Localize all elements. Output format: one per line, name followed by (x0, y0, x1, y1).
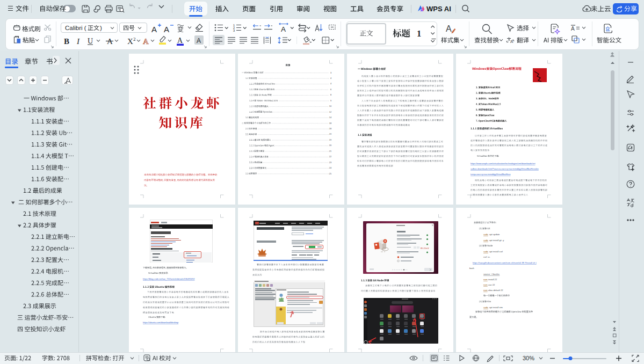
svg-text:nvm: nvm (483, 278, 488, 281)
svg-text:30%: 30% (523, 355, 534, 361)
svg-text:sudo: sudo (483, 233, 489, 236)
svg-text:apt install curl: apt install curl (489, 250, 503, 253)
svg-text:3: 3 (330, 72, 331, 74)
svg-text:WPS AI: WPS AI (426, 5, 451, 13)
svg-text:6: 6 (330, 89, 331, 91)
svg-text:25: 25 (329, 173, 331, 175)
svg-text:A: A (164, 25, 169, 34)
svg-text:apt install git -y: apt install git -y (489, 239, 504, 242)
svg-text:curl -o-: curl -o- (483, 256, 490, 258)
svg-text:1: 1 (417, 28, 421, 39)
svg-text:A: A (151, 25, 157, 34)
svg-text:https://www.wepls.com/virtuali: https://www.wepls.com/virtualization/tec… (471, 162, 536, 165)
svg-text:sudo: sudo (483, 250, 489, 253)
svg-text:Calibri (: Calibri ( (65, 25, 86, 31)
svg-text:https://blog.csdn.net/aiz_722/: https://blog.csdn.net/aiz_722/article/de… (143, 278, 195, 280)
svg-text:B: B (64, 37, 69, 46)
svg-text:10: 10 (329, 105, 331, 107)
svg-text:ualbox-downloads.html?source=:: ualbox-downloads.html?source=:ow:o:p:nav… (471, 168, 539, 170)
svg-text:2: 2 (133, 37, 136, 42)
svg-text:3: 3 (233, 29, 235, 32)
svg-text:9: 9 (330, 100, 331, 102)
svg-text:A: A (177, 37, 183, 45)
svg-text:I: I (76, 37, 80, 46)
svg-text:24: 24 (329, 167, 331, 169)
svg-text:https://ubuntu.com/download/de: https://ubuntu.com/download/desktop (143, 321, 179, 324)
svg-text:20: 20 (329, 144, 331, 147)
svg-text:14: 14 (329, 117, 331, 119)
svg-text:A: A (197, 37, 201, 45)
svg-text:A: A (571, 26, 575, 32)
svg-text:21: 21 (329, 150, 331, 152)
svg-text:18: 18 (329, 122, 331, 125)
svg-text:X: X (127, 37, 133, 46)
svg-text:23: 23 (329, 162, 331, 164)
svg-text:12: 12 (329, 111, 331, 113)
svg-text:4: 4 (330, 83, 331, 85)
svg-text:A: A (281, 25, 286, 33)
svg-text:A: A (446, 24, 452, 33)
svg-text:8: 8 (330, 94, 331, 96)
svg-text:19: 19 (329, 133, 331, 135)
svg-text:sudo: sudo (483, 306, 489, 309)
svg-text:bash: bash (469, 267, 475, 270)
svg-text:nvm: nvm (483, 283, 488, 286)
svg-text:U: U (88, 37, 93, 45)
svg-text:alias default 22: alias default 22 (488, 289, 503, 292)
svg-text:apt install vim: apt install vim (489, 306, 503, 309)
svg-text:apt update: apt update (489, 233, 500, 236)
svg-text:sudo: sudo (483, 239, 489, 242)
svg-text:4: 4 (330, 77, 331, 79)
svg-text:install 22: install 22 (488, 278, 497, 281)
svg-text:19: 19 (329, 139, 331, 141)
svg-text:A: A (143, 37, 149, 46)
svg-text:use 22: use 22 (488, 283, 495, 286)
svg-text:18: 18 (329, 128, 331, 130)
svg-text:https://raw.githubusercontent.: https://raw.githubusercontent.com/nvm-sh… (473, 261, 536, 264)
svg-text:source ~/.bashrc: source ~/.bashrc (483, 273, 500, 275)
svg-text:): ) (100, 25, 102, 31)
svg-text:tcmp=:ow:o:p:nav:mmddyyVirtual: tcmp=:ow:o:p:nav:mmddyyVirtualBoxHero (471, 173, 511, 176)
svg-text:22: 22 (329, 156, 331, 158)
svg-text:nvm: nvm (483, 289, 488, 292)
